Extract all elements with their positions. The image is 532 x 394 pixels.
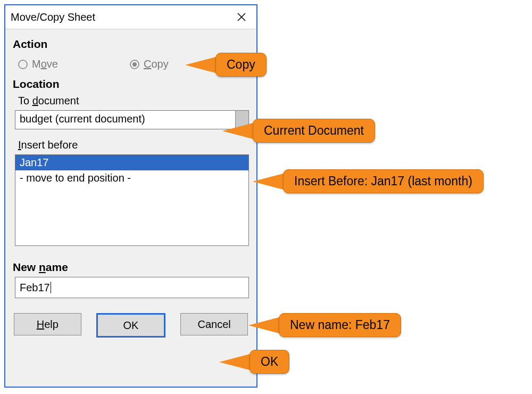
callout-text: New name: Feb17 [279, 313, 401, 337]
location-heading: Location [13, 78, 249, 91]
move-copy-sheet-dialog: Move/Copy Sheet Action Move Copy Locatio… [4, 4, 257, 388]
cancel-button[interactable]: Cancel [180, 313, 248, 335]
radio-icon [130, 60, 139, 69]
dialog-button-row: Help OK Cancel [13, 313, 249, 338]
to-document-value: budget (current document) [15, 111, 235, 129]
close-button[interactable] [231, 7, 252, 27]
help-button[interactable]: Help [14, 313, 81, 335]
new-name-input[interactable]: Feb17 [15, 277, 249, 298]
move-radio-label: Move [32, 58, 58, 70]
callout-text: Current Document [253, 119, 375, 143]
text-caret [51, 282, 51, 293]
to-document-label: To document [18, 95, 249, 107]
callout-new-name: New name: Feb17 [248, 313, 401, 337]
insert-before-listbox[interactable]: Jan17 - move to end position - [15, 154, 249, 246]
action-radio-group: Move Copy [18, 58, 249, 70]
chevron-down-icon [235, 111, 248, 129]
to-document-select[interactable]: budget (current document) [15, 110, 249, 129]
new-name-heading: New name [13, 261, 249, 274]
radio-icon [18, 60, 28, 69]
titlebar: Move/Copy Sheet [5, 5, 256, 29]
ok-button[interactable]: OK [96, 313, 166, 338]
insert-before-label: Insert before [18, 139, 249, 151]
move-radio[interactable]: Move [18, 58, 130, 70]
callout-insert-before: Insert Before: Jan17 (last month) [253, 169, 484, 193]
close-icon [237, 12, 246, 22]
list-item[interactable]: Jan17 [15, 155, 248, 170]
action-heading: Action [13, 38, 249, 51]
copy-radio-label: Copy [144, 58, 169, 70]
list-item[interactable]: - move to end position - [15, 170, 248, 186]
new-name-value: Feb17 [20, 282, 50, 294]
dialog-title: Move/Copy Sheet [11, 11, 95, 23]
copy-radio[interactable]: Copy [130, 58, 169, 70]
callout-text: Insert Before: Jan17 (last month) [283, 169, 484, 193]
